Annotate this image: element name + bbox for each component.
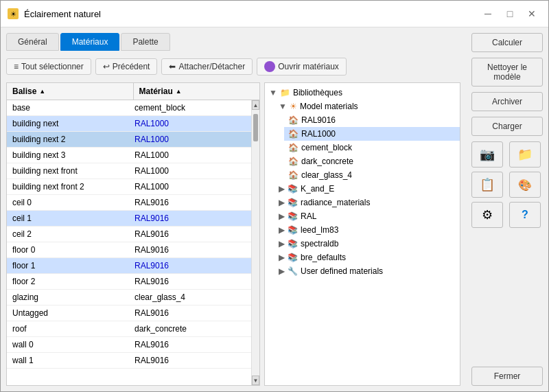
- expand-icon[interactable]: ▶: [279, 184, 285, 194]
- tree-material-item[interactable]: 🏠 cement_block: [284, 141, 460, 154]
- expand-icon[interactable]: ▶: [279, 211, 285, 221]
- previous-label: Précédent: [113, 62, 150, 71]
- tab-general[interactable]: Général: [6, 33, 59, 51]
- tab-materiaux[interactable]: Matériaux: [60, 33, 120, 51]
- col-materiau: Matériau ▲: [134, 83, 260, 100]
- tree-library-item[interactable]: ▶ 📚 radiance_materials: [274, 196, 460, 209]
- balise-cell: floor 2: [7, 274, 129, 289]
- table-row[interactable]: roofdark_concrete: [7, 321, 251, 337]
- app-icon: ☀: [8, 8, 19, 19]
- expand-icon[interactable]: ▶: [279, 225, 285, 235]
- table-row[interactable]: building next front 2RAL1000: [7, 179, 251, 195]
- main-panel: Général Matériaux Palette ≡ Tout sélecti…: [1, 27, 466, 391]
- balise-cell: building next: [7, 116, 129, 131]
- materiau-cell: RAL1000: [129, 116, 251, 131]
- tree-material-item[interactable]: 🏠 clear_glass_4: [284, 168, 460, 182]
- expand-icon[interactable]: ▶: [279, 239, 285, 249]
- charger-button[interactable]: Charger: [471, 117, 543, 136]
- table-row[interactable]: building next 2RAL1000: [7, 132, 251, 148]
- materiau-cell: RAL9016: [129, 274, 251, 289]
- scroll-up[interactable]: ▲: [252, 100, 259, 110]
- color-button[interactable]: 🎨: [509, 172, 541, 198]
- camera-button[interactable]: 📷: [471, 141, 503, 168]
- open-materials-button[interactable]: Ouvrir matériaux: [257, 58, 347, 76]
- balise-cell: floor 0: [7, 242, 129, 257]
- sort-icon-2: ▲: [176, 88, 182, 95]
- table-row[interactable]: wall 1RAL9016: [7, 353, 251, 369]
- attach-icon: ⬅: [169, 62, 176, 71]
- tab-palette[interactable]: Palette: [121, 33, 170, 51]
- table-row[interactable]: floor 2RAL9016: [7, 274, 251, 290]
- folder-icon: 📁: [280, 88, 290, 97]
- tree-library-item[interactable]: ▶ 🔧 User defined materials: [274, 264, 460, 278]
- expand-icon[interactable]: ▶: [279, 266, 285, 276]
- tree-material-item[interactable]: 🏠 RAL9016: [284, 113, 460, 127]
- expand-icon[interactable]: ▼: [279, 102, 287, 111]
- clean-model-button[interactable]: Nettoyer le modèle: [471, 58, 543, 87]
- table-header: Balise ▲ Matériau ▲: [7, 83, 259, 100]
- select-all-button[interactable]: ≡ Tout sélectionner: [6, 58, 91, 75]
- settings-button[interactable]: ⚙: [471, 202, 503, 228]
- tree-library-item[interactable]: ▶ 📚 leed_lm83: [274, 223, 460, 237]
- sidebar-bottom: Fermer: [471, 367, 543, 386]
- tree-material-item[interactable]: 🏠 RAL1000: [284, 127, 460, 141]
- tree-library-item[interactable]: ▶ 📚 K_and_E: [274, 182, 460, 196]
- minimize-button[interactable]: ─: [478, 6, 498, 21]
- toolbar: ≡ Tout sélectionner ↩ Précédent ⬅ Attach…: [6, 55, 460, 78]
- sidebar-icon-grid: 📷 📁 📋 🎨 ⚙ ?: [471, 141, 543, 228]
- menu-icon: ≡: [14, 62, 19, 71]
- table-row[interactable]: ceil 1RAL9016: [7, 211, 251, 227]
- tab-bar: Général Matériaux Palette: [6, 33, 460, 51]
- materiau-cell: RAL9016: [129, 258, 251, 273]
- table-body[interactable]: basecement_blockbuilding nextRAL1000buil…: [7, 100, 251, 385]
- materiau-cell: RAL9016: [129, 305, 251, 321]
- materiau-cell: RAL1000: [129, 132, 251, 147]
- table-row[interactable]: floor 0RAL9016: [7, 242, 251, 258]
- table-row[interactable]: UntaggedRAL9016: [7, 305, 251, 321]
- library-tree[interactable]: ▼ 📁 Bibliothèques▼ ☀ Model materials🏠 RA…: [264, 82, 460, 386]
- table-row[interactable]: building nextRAL1000: [7, 116, 251, 132]
- copy-button[interactable]: 📋: [471, 172, 503, 198]
- folder-button[interactable]: 📁: [509, 141, 541, 168]
- expand-icon: ▼: [269, 88, 277, 97]
- balise-cell: wall 0: [7, 337, 129, 352]
- maximize-button[interactable]: □: [500, 6, 519, 21]
- scroll-down[interactable]: ▼: [252, 376, 259, 385]
- window-title: Éclairement naturel: [24, 9, 473, 19]
- close-button[interactable]: ✕: [522, 6, 541, 21]
- balise-cell: base: [7, 100, 129, 115]
- table-row[interactable]: ceil 0RAL9016: [7, 195, 251, 211]
- tree-material-item[interactable]: 🏠 dark_concrete: [284, 154, 460, 168]
- tree-library-item[interactable]: ▶ 📚 bre_defaults: [274, 251, 460, 264]
- table-row[interactable]: wall 0RAL9016: [7, 337, 251, 353]
- attach-detach-button[interactable]: ⬅ Attacher/Détacher: [161, 58, 253, 75]
- close-button[interactable]: Fermer: [471, 367, 543, 386]
- help-button[interactable]: ?: [509, 202, 541, 228]
- balise-cell: wall 1: [7, 353, 129, 368]
- table-scrollbar[interactable]: ▲ ▼: [251, 100, 259, 385]
- table-row[interactable]: building next 3RAL1000: [7, 148, 251, 163]
- table-row[interactable]: floor 1RAL9016: [7, 258, 251, 274]
- balise-cell: roof: [7, 321, 129, 336]
- scroll-thumb[interactable]: [253, 114, 258, 141]
- open-materials-label: Ouvrir matériaux: [278, 62, 339, 71]
- table-row[interactable]: basecement_block: [7, 100, 251, 116]
- tree-library-item[interactable]: ▶ 📚 RAL: [274, 209, 460, 223]
- table-row[interactable]: building next frontRAL1000: [7, 163, 251, 179]
- table-row[interactable]: glazingclear_glass_4: [7, 290, 251, 305]
- balise-cell: glazing: [7, 290, 129, 305]
- expand-icon[interactable]: ▶: [279, 198, 285, 207]
- tree-library-item[interactable]: ▶ 📚 spectraldb: [274, 237, 460, 251]
- table-row[interactable]: ceil 2RAL9016: [7, 227, 251, 242]
- content-area: Général Matériaux Palette ≡ Tout sélecti…: [1, 27, 548, 391]
- previous-button[interactable]: ↩ Précédent: [95, 58, 158, 75]
- expand-icon[interactable]: ▶: [279, 253, 285, 262]
- titlebar: ☀ Éclairement naturel ─ □ ✕: [1, 1, 548, 27]
- tree-library-item[interactable]: ▼ ☀ Model materials: [274, 100, 460, 113]
- balise-cell: Untagged: [7, 305, 129, 321]
- tree-root[interactable]: ▼ 📁 Bibliothèques: [265, 86, 460, 100]
- attach-detach-label: Attacher/Détacher: [178, 62, 245, 71]
- archive-button[interactable]: Archiver: [471, 92, 543, 111]
- materiau-cell: RAL9016: [129, 337, 251, 352]
- calculate-button[interactable]: Calculer: [471, 33, 543, 52]
